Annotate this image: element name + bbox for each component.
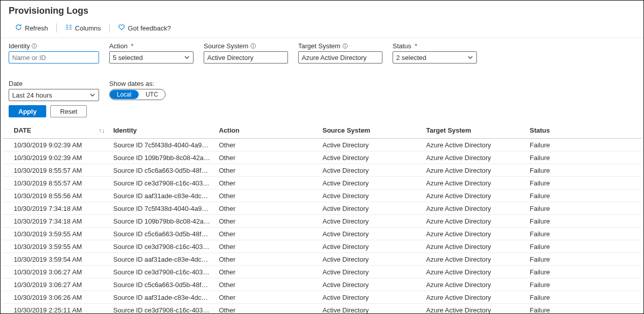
table-row[interactable]: 10/30/2019 8:55:56 AMSource ID aaf31ade-… <box>3 190 641 202</box>
apply-button[interactable]: Apply <box>9 105 46 117</box>
cell-date: 10/30/2019 8:55:57 AM <box>3 177 109 190</box>
cell-date: 10/30/2019 3:59:55 AM <box>3 240 109 253</box>
col-source-header[interactable]: Source System <box>318 122 422 139</box>
cell-target: Azure Active Directory <box>422 215 526 228</box>
cell-action: Other <box>215 253 318 266</box>
cell-status: Failure <box>526 190 641 202</box>
cell-identity: Source ID 7c5f438d-4040-4a97-8a45-9d6 <box>109 139 215 151</box>
cell-status: Failure <box>526 164 641 177</box>
cell-date: 10/30/2019 3:59:54 AM <box>3 253 109 266</box>
col-action-header[interactable]: Action <box>215 122 318 139</box>
chevron-down-icon <box>89 92 95 98</box>
showdates-label: Show dates as: <box>109 80 166 87</box>
cell-action: Other <box>215 278 318 291</box>
cell-date: 10/30/2019 9:02:39 AM <box>3 139 109 151</box>
cell-source: Active Directory <box>318 177 422 190</box>
table-row[interactable]: 10/30/2019 9:02:39 AMSource ID 109b79bb-… <box>3 151 641 164</box>
feedback-button[interactable]: Got feedback? <box>112 22 177 34</box>
cell-identity: Source ID c5c6a663-0d5b-48f7-b1d7-ec4 <box>109 228 215 240</box>
table-row[interactable]: 10/30/2019 8:55:57 AMSource ID c5c6a663-… <box>3 164 641 177</box>
action-dropdown[interactable]: 5 selected <box>109 51 194 64</box>
cell-source: Active Directory <box>318 139 422 151</box>
info-icon <box>250 43 256 49</box>
svg-point-8 <box>34 45 35 45</box>
reset-button[interactable]: Reset <box>50 105 87 117</box>
chevron-down-icon <box>467 54 473 60</box>
cell-source: Active Directory <box>318 291 422 304</box>
table-row[interactable]: 10/30/2019 8:55:57 AMSource ID ce3d7908-… <box>3 177 641 190</box>
cell-action: Other <box>215 151 318 164</box>
cell-source: Active Directory <box>318 266 422 278</box>
page-title: Provisioning Logs <box>1 1 643 20</box>
cell-status: Failure <box>526 266 641 278</box>
cell-target: Azure Active Directory <box>422 177 526 190</box>
cell-status: Failure <box>526 177 641 190</box>
separator <box>56 23 57 33</box>
cell-source: Active Directory <box>318 164 422 177</box>
showdates-toggle[interactable]: Local UTC <box>109 89 166 100</box>
date-dropdown[interactable]: Last 24 hours <box>9 89 99 101</box>
table-row[interactable]: 10/30/2019 9:02:39 AMSource ID 7c5f438d-… <box>3 139 641 151</box>
action-value: 5 selected <box>113 54 143 61</box>
cell-identity: Source ID ce3d7908-c16c-4039-a346-b72 <box>109 240 215 253</box>
cell-target: Azure Active Directory <box>422 151 526 164</box>
cell-date: 10/30/2019 8:55:56 AM <box>3 190 109 202</box>
cell-source: Active Directory <box>318 215 422 228</box>
table-row[interactable]: 10/30/2019 2:25:11 AMSource ID ce3d7908-… <box>3 304 641 315</box>
cell-action: Other <box>215 240 318 253</box>
cell-identity: Source ID ce3d7908-c16c-4039-a346-b72 <box>109 177 215 190</box>
status-value: 2 selected <box>396 54 426 61</box>
status-label: Status * <box>393 42 477 50</box>
toggle-local[interactable]: Local <box>110 90 139 99</box>
cell-action: Other <box>215 177 318 190</box>
table-row[interactable]: 10/30/2019 3:59:54 AMSource ID aaf31ade-… <box>3 253 641 266</box>
refresh-button[interactable]: Refresh <box>9 22 54 34</box>
col-date-header[interactable]: DATE ↑↓ <box>3 122 109 139</box>
heart-icon <box>118 23 125 33</box>
cell-date: 10/30/2019 2:25:11 AM <box>3 304 109 315</box>
table-row[interactable]: 10/30/2019 7:34:18 AMSource ID 109b79bb-… <box>3 215 641 228</box>
logs-table: DATE ↑↓ Identity Action Source System Ta… <box>3 122 641 314</box>
identity-input[interactable] <box>12 52 95 63</box>
identity-input-wrapper[interactable] <box>9 51 99 64</box>
cell-target: Azure Active Directory <box>422 228 526 240</box>
target-label: Target System <box>298 42 382 50</box>
cell-date: 10/30/2019 3:59:55 AM <box>3 228 109 240</box>
col-identity-header[interactable]: Identity <box>109 122 215 139</box>
cell-target: Azure Active Directory <box>422 139 526 151</box>
columns-button[interactable]: Columns <box>59 22 107 34</box>
cell-action: Other <box>215 190 318 202</box>
cell-source: Active Directory <box>318 151 422 164</box>
col-status-header[interactable]: Status <box>526 122 641 139</box>
table-row[interactable]: 10/30/2019 3:59:55 AMSource ID c5c6a663-… <box>3 228 641 240</box>
cell-identity: Source ID 109b79bb-8c08-42a0-a6d1-8fc <box>109 151 215 164</box>
cell-action: Other <box>215 291 318 304</box>
source-label: Source System <box>204 42 288 50</box>
cell-target: Azure Active Directory <box>422 278 526 291</box>
cell-source: Active Directory <box>318 253 422 266</box>
table-row[interactable]: 10/30/2019 3:06:27 AMSource ID c5c6a663-… <box>3 278 641 291</box>
target-dropdown[interactable]: Azure Active Directory <box>298 51 382 64</box>
date-label: Date <box>9 80 99 87</box>
date-value: Last 24 hours <box>12 91 52 99</box>
toggle-utc[interactable]: UTC <box>139 90 166 99</box>
refresh-icon <box>15 23 22 33</box>
source-dropdown[interactable]: Active Directory <box>204 51 288 64</box>
cell-status: Failure <box>526 202 641 215</box>
cell-source: Active Directory <box>318 202 422 215</box>
col-target-header[interactable]: Target System <box>422 122 526 139</box>
cell-identity: Source ID c5c6a663-0d5b-48f7-b1d7-ec4 <box>109 278 215 291</box>
feedback-label: Got feedback? <box>128 24 171 32</box>
table-row[interactable]: 10/30/2019 7:34:18 AMSource ID 7c5f438d-… <box>3 202 641 215</box>
table-row[interactable]: 10/30/2019 3:06:27 AMSource ID ce3d7908-… <box>3 266 641 278</box>
cell-action: Other <box>215 304 318 315</box>
cell-identity: Source ID 109b79bb-8c08-42a0-a6d1-8fc <box>109 215 215 228</box>
columns-icon <box>65 23 73 33</box>
cell-date: 10/30/2019 3:06:26 AM <box>3 291 109 304</box>
svg-point-11 <box>253 45 253 45</box>
sort-icon: ↑↓ <box>99 127 105 134</box>
table-row[interactable]: 10/30/2019 3:06:26 AMSource ID aaf31ade-… <box>3 291 641 304</box>
status-dropdown[interactable]: 2 selected <box>393 51 477 64</box>
info-icon <box>342 43 348 49</box>
table-row[interactable]: 10/30/2019 3:59:55 AMSource ID ce3d7908-… <box>3 240 641 253</box>
